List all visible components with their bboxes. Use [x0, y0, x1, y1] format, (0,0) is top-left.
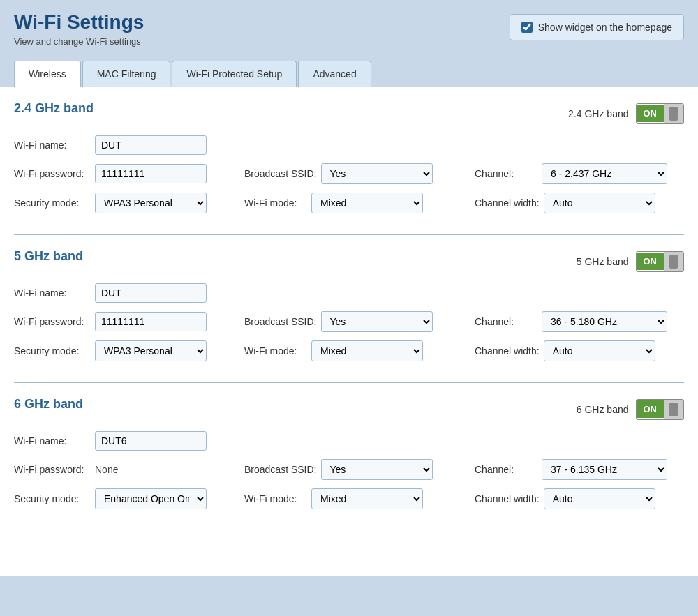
tabs-bar: Wireless MAC Filtering Wi-Fi Protected S…: [0, 61, 698, 87]
band-24-name-label: Wi-Fi name:: [14, 140, 91, 151]
tab-mac-filtering[interactable]: MAC Filtering: [82, 61, 171, 87]
band-6-broadcast-label: Broadcast SSID:: [244, 464, 317, 475]
band-6-mode-label: Wi-Fi mode:: [244, 493, 307, 504]
band-5-toggle-slider: [664, 252, 683, 271]
band-6-toggle-slider: [664, 400, 683, 419]
band-5-security-group: Security mode: WPA3 Personal WPA2 Person…: [14, 340, 223, 361]
band-6-password-group: Wi-Fi password: None: [14, 464, 223, 475]
band-5-password-label: Wi-Fi password:: [14, 316, 91, 327]
band-5-mode-group: Wi-Fi mode: Mixed 802.11ac only 802.11n …: [244, 340, 454, 361]
band-5-section: 5 GHz band 5 GHz band ON Wi-Fi name: Wi-…: [14, 249, 684, 361]
band-5-title: 5 GHz band: [14, 249, 83, 264]
band-6-security-label: Security mode:: [14, 493, 91, 504]
band-6-broadcast-group: Broadcast SSID: Yes No: [244, 459, 454, 480]
band-6-name-group: Wi-Fi name:: [14, 431, 684, 451]
band-6-title: 6 GHz band: [14, 397, 83, 412]
band-5-name-label: Wi-Fi name:: [14, 287, 91, 299]
band-6-toggle[interactable]: ON: [636, 399, 685, 420]
band-6-row1: Wi-Fi name:: [14, 431, 684, 451]
band-6-toggle-container: 6 GHz band ON: [577, 399, 684, 420]
band-24-name-group: Wi-Fi name:: [14, 135, 684, 155]
band-5-broadcast-select[interactable]: Yes No: [321, 311, 433, 332]
tab-advanced[interactable]: Advanced: [298, 61, 371, 87]
band-5-width-label: Channel width:: [475, 345, 540, 356]
band-24-row3: Security mode: WPA3 Personal WPA2 Person…: [14, 193, 684, 213]
tab-wifi-protected-setup[interactable]: Wi-Fi Protected Setup: [172, 61, 297, 87]
band-24-password-group: Wi-Fi password:: [14, 164, 223, 183]
band-6-password-value: None: [95, 464, 118, 475]
band-24-row1: Wi-Fi name:: [14, 135, 684, 155]
band-5-toggle-container: 5 GHz band ON: [577, 251, 684, 272]
band-24-row2: Wi-Fi password: Broadcast SSID: Yes No C…: [14, 163, 684, 184]
divider-1: [14, 234, 684, 235]
band-5-channel-label: Channel:: [475, 316, 537, 327]
band-6-security-group: Security mode: Enhanced Open Only WPA3 P…: [14, 488, 223, 509]
band-24-security-group: Security mode: WPA3 Personal WPA2 Person…: [14, 193, 223, 213]
band-5-row3: Security mode: WPA3 Personal WPA2 Person…: [14, 340, 684, 361]
band-5-row1: Wi-Fi name:: [14, 283, 684, 303]
band-6-width-select[interactable]: Auto 20 MHz 40 MHz 80 MHz 160 MHz: [544, 488, 655, 509]
band-6-name-label: Wi-Fi name:: [14, 435, 91, 446]
band-24-broadcast-label: Broadcast SSID:: [244, 168, 317, 179]
band-24-channel-select[interactable]: 6 - 2.437 GHz Auto 1 - 2.412 GHz 11 - 2.…: [542, 163, 667, 184]
band-6-width-label: Channel width:: [475, 493, 540, 504]
band-24-width-label: Channel width:: [475, 197, 540, 209]
band-24-broadcast-select[interactable]: Yes No: [321, 163, 433, 184]
band-6-channel-select[interactable]: 37 - 6.135 GHz Auto: [542, 459, 667, 480]
band-5-name-group: Wi-Fi name:: [14, 283, 684, 303]
band-5-row2: Wi-Fi password: Broadcast SSID: Yes No C…: [14, 311, 684, 332]
band-6-toggle-on: ON: [637, 400, 664, 418]
band-5-mode-label: Wi-Fi mode:: [244, 345, 307, 356]
band-24-password-label: Wi-Fi password:: [14, 168, 91, 179]
divider-2: [14, 382, 684, 383]
band-24-toggle-container: 2.4 GHz band ON: [568, 103, 684, 124]
band-24-channel-label: Channel:: [475, 168, 537, 179]
band-24-mode-label: Wi-Fi mode:: [244, 197, 307, 209]
widget-checkbox[interactable]: [521, 22, 533, 33]
band-24-width-group: Channel width: Auto 20 MHz 40 MHz: [475, 193, 684, 213]
band-5-toggle[interactable]: ON: [636, 251, 685, 272]
band-6-mode-group: Wi-Fi mode: Mixed 802.11ax only: [244, 488, 454, 509]
widget-checkbox-container: Show widget on the homepage: [510, 14, 684, 40]
band-6-row3: Security mode: Enhanced Open Only WPA3 P…: [14, 488, 684, 509]
band-5-password-input[interactable]: [95, 312, 207, 331]
band-5-password-group: Wi-Fi password:: [14, 312, 223, 331]
band-6-name-input[interactable]: [95, 431, 207, 451]
band-5-broadcast-group: Broadcast SSID: Yes No: [244, 311, 454, 332]
band-24-mode-group: Wi-Fi mode: Mixed 802.11n only 802.11g o…: [244, 193, 454, 213]
band-5-channel-select[interactable]: 36 - 5.180 GHz Auto 40 - 5.200 GHz: [542, 311, 667, 332]
band-24-width-select[interactable]: Auto 20 MHz 40 MHz: [544, 193, 655, 213]
band-5-toggle-label: 5 GHz band: [577, 256, 629, 267]
band-6-channel-group: Channel: 37 - 6.135 GHz Auto: [475, 459, 684, 480]
band-5-mode-select[interactable]: Mixed 802.11ac only 802.11n only: [311, 340, 423, 361]
band-24-channel-group: Channel: 6 - 2.437 GHz Auto 1 - 2.412 GH…: [475, 163, 684, 184]
band-5-security-label: Security mode:: [14, 345, 91, 356]
band-5-toggle-on: ON: [637, 253, 664, 270]
band-6-mode-select[interactable]: Mixed 802.11ax only: [311, 488, 423, 509]
band-5-channel-group: Channel: 36 - 5.180 GHz Auto 40 - 5.200 …: [475, 311, 684, 332]
band-5-security-select[interactable]: WPA3 Personal WPA2 Personal WPA3/WPA2 Pe…: [95, 340, 207, 361]
band-5-width-select[interactable]: Auto 20 MHz 40 MHz 80 MHz: [544, 340, 655, 361]
band-6-security-select[interactable]: Enhanced Open Only WPA3 Personal None: [95, 488, 207, 509]
band-24-password-input[interactable]: [95, 164, 207, 183]
band-24-security-select[interactable]: WPA3 Personal WPA2 Personal WPA3/WPA2 Pe…: [95, 193, 207, 213]
band-24-mode-select[interactable]: Mixed 802.11n only 802.11g only: [311, 193, 423, 213]
band-24-title: 2.4 GHz band: [14, 101, 94, 116]
band-6-toggle-label: 6 GHz band: [577, 404, 629, 415]
band-24-name-input[interactable]: [95, 135, 207, 155]
band-24-toggle[interactable]: ON: [636, 103, 685, 124]
page-subtitle: View and change Wi-Fi settings: [14, 36, 144, 47]
band-6-channel-label: Channel:: [475, 464, 537, 475]
band-6-broadcast-select[interactable]: Yes No: [321, 459, 433, 480]
band-6-width-group: Channel width: Auto 20 MHz 40 MHz 80 MHz…: [475, 488, 684, 509]
band-6-row2: Wi-Fi password: None Broadcast SSID: Yes…: [14, 459, 684, 480]
main-content: 2.4 GHz band 2.4 GHz band ON Wi-Fi name:…: [0, 87, 698, 576]
band-6-section: 6 GHz band 6 GHz band ON Wi-Fi name: Wi-…: [14, 397, 684, 509]
band-24-toggle-on: ON: [637, 105, 664, 122]
band-24-broadcast-group: Broadcast SSID: Yes No: [244, 163, 454, 184]
page-title: Wi-Fi Settings: [14, 11, 144, 33]
tab-wireless[interactable]: Wireless: [14, 61, 81, 87]
band-5-name-input[interactable]: [95, 283, 207, 303]
widget-label[interactable]: Show widget on the homepage: [538, 22, 672, 33]
band-24-section: 2.4 GHz band 2.4 GHz band ON Wi-Fi name:…: [14, 101, 684, 213]
